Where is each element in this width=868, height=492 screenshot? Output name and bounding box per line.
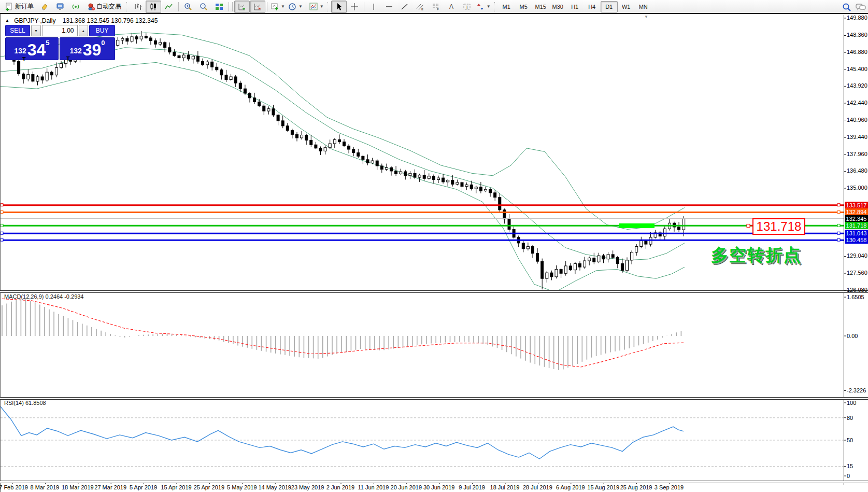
search-icon[interactable] bbox=[842, 3, 850, 11]
vertical-line-icon bbox=[369, 3, 378, 11]
timeframe-m5-button[interactable]: M5 bbox=[515, 1, 532, 12]
line-right-marker[interactable] bbox=[837, 204, 840, 206]
bull-candle bbox=[682, 219, 685, 230]
bear-candle bbox=[164, 43, 166, 48]
bear-candle bbox=[541, 261, 544, 278]
horizontal-line-icon bbox=[385, 3, 393, 11]
text-button[interactable]: A bbox=[444, 1, 459, 13]
zoom-in-button[interactable] bbox=[180, 1, 196, 13]
vertical-line-button[interactable] bbox=[366, 1, 381, 13]
macd-rsi-divider[interactable] bbox=[0, 397, 868, 400]
price-callout-box[interactable]: 131.718 bbox=[752, 218, 805, 235]
bear-candle bbox=[489, 189, 492, 193]
horizontal-line-button[interactable] bbox=[381, 1, 397, 13]
chat-icon[interactable] bbox=[856, 3, 864, 11]
chart-shift-marker-icon[interactable]: ▼ bbox=[644, 15, 648, 19]
chevron-down-icon: ▼ bbox=[298, 4, 303, 9]
timeframe-m15-button[interactable]: M15 bbox=[532, 1, 549, 12]
crosshair-icon bbox=[350, 3, 359, 11]
timeframe-mn-button[interactable]: MN bbox=[635, 1, 652, 12]
auto-trading-icon bbox=[87, 3, 95, 11]
bear-candle bbox=[196, 56, 199, 61]
date-label: 9 Jul 2019 bbox=[459, 484, 485, 490]
bear-candle bbox=[135, 37, 138, 39]
volume-input[interactable]: 1.00 bbox=[42, 25, 78, 36]
bear-candle bbox=[522, 243, 524, 249]
new-chart-button[interactable]: ▼ bbox=[269, 1, 287, 13]
bull-candle bbox=[607, 255, 609, 259]
crosshair-button[interactable] bbox=[347, 1, 362, 13]
bull-candle bbox=[121, 38, 124, 40]
bear-candle bbox=[645, 241, 647, 244]
highlight-segment[interactable] bbox=[619, 223, 654, 228]
bull-candle bbox=[182, 55, 185, 58]
date-label: 28 Jul 2019 bbox=[523, 484, 552, 490]
collapse-triangle-icon[interactable]: ▲ bbox=[5, 18, 9, 23]
arrows-button[interactable]: ▼ bbox=[475, 1, 492, 13]
bear-candle bbox=[569, 266, 572, 270]
signals-button[interactable] bbox=[68, 1, 83, 13]
volume-decrease-button[interactable]: ▼ bbox=[31, 25, 41, 36]
turning-point-annotation[interactable]: 多空转折点 bbox=[711, 244, 802, 267]
timeframe-m30-button[interactable]: M30 bbox=[549, 1, 566, 12]
bear-candle bbox=[263, 106, 265, 111]
line-left-marker[interactable] bbox=[1, 238, 3, 241]
text-label-button[interactable]: T bbox=[459, 1, 475, 13]
line-right-marker[interactable] bbox=[837, 232, 840, 234]
volume-increase-button[interactable]: ▲ bbox=[79, 25, 89, 36]
price-tick-146.880: 146.880 bbox=[847, 49, 867, 55]
trendline-button[interactable] bbox=[397, 1, 412, 13]
bear-candle bbox=[423, 175, 425, 179]
cursor-button[interactable] bbox=[331, 1, 347, 13]
equidistant-channel-button[interactable]: E bbox=[412, 1, 428, 13]
bear-candle bbox=[244, 89, 246, 93]
line-right-marker[interactable] bbox=[837, 210, 840, 213]
price-tick-140.960: 140.960 bbox=[847, 117, 867, 123]
bear-candle bbox=[249, 93, 251, 98]
bear-candle bbox=[22, 74, 25, 79]
sell-price-display[interactable]: 132 34 5 bbox=[5, 37, 59, 60]
zoom-out-button[interactable] bbox=[196, 1, 211, 13]
buy-price-point: 0 bbox=[101, 39, 105, 47]
new-order-button[interactable]: 新订单 bbox=[2, 1, 37, 13]
price-tick-127.560: 127.560 bbox=[847, 270, 867, 276]
bull-candle bbox=[27, 75, 30, 79]
chevron-down-icon: ▼ bbox=[281, 4, 285, 9]
candlestick-chart-button[interactable] bbox=[146, 1, 161, 13]
bar-chart-button[interactable] bbox=[130, 1, 146, 13]
eraser-button[interactable] bbox=[37, 1, 52, 13]
rsi-tick-0: 0 bbox=[847, 473, 850, 479]
fibonacci-button[interactable]: F bbox=[428, 1, 444, 13]
bull-candle bbox=[428, 176, 430, 178]
auto-trading-button[interactable]: 自动交易 bbox=[83, 1, 124, 13]
line-left-marker[interactable] bbox=[1, 224, 3, 227]
bull-candle bbox=[36, 77, 39, 81]
timeframe-d1-button[interactable]: D1 bbox=[601, 1, 618, 12]
chart-shift-button[interactable] bbox=[250, 1, 265, 13]
auto-scroll-button[interactable] bbox=[234, 1, 250, 13]
timeframe-h4-button[interactable]: H4 bbox=[584, 1, 601, 12]
line-chart-button[interactable] bbox=[161, 1, 177, 13]
callout-anchor[interactable] bbox=[747, 224, 750, 227]
line-left-marker[interactable] bbox=[1, 232, 3, 234]
line-right-marker[interactable] bbox=[837, 238, 840, 241]
periods-button[interactable]: ▼ bbox=[287, 1, 304, 13]
indicators-button[interactable]: ▼ bbox=[308, 1, 325, 13]
timeframe-w1-button[interactable]: W1 bbox=[618, 1, 635, 12]
bear-candle bbox=[50, 72, 53, 75]
sell-button[interactable]: SELL bbox=[5, 25, 30, 36]
timeframe-m1-button[interactable]: M1 bbox=[498, 1, 515, 12]
timeframe-h1-button[interactable]: H1 bbox=[566, 1, 584, 12]
tile-windows-icon bbox=[215, 3, 223, 11]
line-right-marker[interactable] bbox=[837, 224, 840, 227]
tile-windows-button[interactable] bbox=[211, 1, 227, 13]
bear-candle bbox=[178, 55, 180, 58]
line-left-marker[interactable] bbox=[1, 210, 3, 213]
metaeditor-button[interactable] bbox=[52, 1, 68, 13]
fibonacci-icon: F bbox=[432, 3, 440, 11]
line-chart-icon bbox=[165, 3, 173, 11]
buy-button[interactable]: BUY bbox=[89, 25, 115, 36]
line-left-marker[interactable] bbox=[1, 204, 3, 206]
main-macd-divider[interactable] bbox=[0, 290, 868, 293]
bear-candle bbox=[343, 142, 346, 146]
